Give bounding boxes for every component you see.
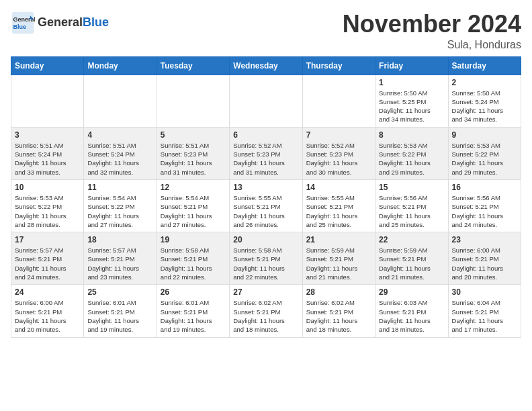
day-info: Sunrise: 5:51 AM Sunset: 5:23 PM Dayligh… <box>161 141 226 177</box>
day-info: Sunrise: 6:01 AM Sunset: 5:21 PM Dayligh… <box>161 298 226 334</box>
day-number: 16 <box>452 183 517 192</box>
day-info: Sunrise: 5:59 AM Sunset: 5:21 PM Dayligh… <box>306 246 371 281</box>
day-info: Sunrise: 5:55 AM Sunset: 5:21 PM Dayligh… <box>233 193 298 229</box>
day-number: 26 <box>161 287 226 297</box>
day-number: 3 <box>15 130 80 140</box>
day-info: Sunrise: 5:56 AM Sunset: 5:21 PM Dayligh… <box>452 193 517 229</box>
title-block: November 2024 Sula, Honduras <box>343 11 521 51</box>
calendar-cell: 28Sunrise: 6:02 AM Sunset: 5:21 PM Dayli… <box>302 285 375 337</box>
calendar-body: 1Sunrise: 5:50 AM Sunset: 5:25 PM Daylig… <box>11 75 521 337</box>
day-info: Sunrise: 5:51 AM Sunset: 5:24 PM Dayligh… <box>87 141 152 177</box>
calendar-cell <box>11 75 84 127</box>
day-info: Sunrise: 6:01 AM Sunset: 5:21 PM Dayligh… <box>87 298 152 334</box>
calendar-cell: 24Sunrise: 6:00 AM Sunset: 5:21 PM Dayli… <box>11 285 84 337</box>
page-header: General Blue GeneralBlue November 2024 S… <box>11 11 521 51</box>
calendar-week-row: 10Sunrise: 5:53 AM Sunset: 5:22 PM Dayli… <box>11 179 521 232</box>
calendar: SundayMondayTuesdayWednesdayThursdayFrid… <box>11 56 521 338</box>
calendar-cell: 3Sunrise: 5:51 AM Sunset: 5:24 PM Daylig… <box>11 127 84 179</box>
calendar-header: SundayMondayTuesdayWednesdayThursdayFrid… <box>11 56 521 75</box>
day-number: 2 <box>452 78 517 87</box>
calendar-cell: 6Sunrise: 5:52 AM Sunset: 5:23 PM Daylig… <box>230 127 302 179</box>
calendar-cell: 16Sunrise: 5:56 AM Sunset: 5:21 PM Dayli… <box>448 179 521 232</box>
day-number: 12 <box>161 183 226 192</box>
calendar-cell: 27Sunrise: 6:02 AM Sunset: 5:21 PM Dayli… <box>230 285 302 337</box>
calendar-cell: 1Sunrise: 5:50 AM Sunset: 5:25 PM Daylig… <box>375 75 448 127</box>
day-number: 29 <box>379 287 444 297</box>
calendar-cell: 11Sunrise: 5:54 AM Sunset: 5:22 PM Dayli… <box>84 179 157 232</box>
logo-icon: General Blue <box>11 11 35 35</box>
logo: General Blue GeneralBlue <box>11 11 109 35</box>
day-info: Sunrise: 5:51 AM Sunset: 5:24 PM Dayligh… <box>15 141 80 177</box>
calendar-cell <box>84 75 157 127</box>
calendar-cell: 25Sunrise: 6:01 AM Sunset: 5:21 PM Dayli… <box>84 285 157 337</box>
header-row: SundayMondayTuesdayWednesdayThursdayFrid… <box>11 56 521 75</box>
day-info: Sunrise: 5:55 AM Sunset: 5:21 PM Dayligh… <box>306 193 371 229</box>
day-number: 10 <box>15 183 80 192</box>
day-info: Sunrise: 6:04 AM Sunset: 5:21 PM Dayligh… <box>452 298 517 334</box>
day-info: Sunrise: 5:53 AM Sunset: 5:22 PM Dayligh… <box>379 141 444 177</box>
calendar-cell: 14Sunrise: 5:55 AM Sunset: 5:21 PM Dayli… <box>302 179 375 232</box>
day-number: 9 <box>452 130 517 140</box>
day-info: Sunrise: 5:50 AM Sunset: 5:25 PM Dayligh… <box>379 89 444 124</box>
calendar-cell: 4Sunrise: 5:51 AM Sunset: 5:24 PM Daylig… <box>84 127 157 179</box>
calendar-cell: 15Sunrise: 5:56 AM Sunset: 5:21 PM Dayli… <box>375 179 448 232</box>
day-info: Sunrise: 5:59 AM Sunset: 5:21 PM Dayligh… <box>379 246 444 281</box>
logo-text: GeneralBlue <box>38 16 109 30</box>
day-info: Sunrise: 5:54 AM Sunset: 5:21 PM Dayligh… <box>161 193 226 229</box>
day-of-week-header: Monday <box>84 56 157 75</box>
calendar-cell: 7Sunrise: 5:52 AM Sunset: 5:23 PM Daylig… <box>302 127 375 179</box>
calendar-week-row: 17Sunrise: 5:57 AM Sunset: 5:21 PM Dayli… <box>11 232 521 285</box>
day-number: 8 <box>379 130 444 140</box>
day-number: 15 <box>379 183 444 192</box>
day-number: 24 <box>15 287 80 297</box>
calendar-cell: 22Sunrise: 5:59 AM Sunset: 5:21 PM Dayli… <box>375 232 448 285</box>
day-number: 1 <box>379 78 444 87</box>
calendar-cell: 17Sunrise: 5:57 AM Sunset: 5:21 PM Dayli… <box>11 232 84 285</box>
day-info: Sunrise: 6:02 AM Sunset: 5:21 PM Dayligh… <box>233 298 298 334</box>
day-number: 22 <box>379 235 444 244</box>
day-number: 21 <box>306 235 371 244</box>
calendar-cell: 26Sunrise: 6:01 AM Sunset: 5:21 PM Dayli… <box>157 285 229 337</box>
day-number: 17 <box>15 235 80 244</box>
day-info: Sunrise: 5:56 AM Sunset: 5:21 PM Dayligh… <box>379 193 444 229</box>
day-of-week-header: Tuesday <box>157 56 229 75</box>
day-number: 11 <box>87 183 152 192</box>
day-number: 7 <box>306 130 371 140</box>
day-number: 14 <box>306 183 371 192</box>
day-number: 13 <box>233 183 298 192</box>
calendar-cell: 5Sunrise: 5:51 AM Sunset: 5:23 PM Daylig… <box>157 127 229 179</box>
calendar-cell: 20Sunrise: 5:58 AM Sunset: 5:21 PM Dayli… <box>230 232 302 285</box>
calendar-cell: 13Sunrise: 5:55 AM Sunset: 5:21 PM Dayli… <box>230 179 302 232</box>
calendar-cell <box>302 75 375 127</box>
calendar-cell: 19Sunrise: 5:58 AM Sunset: 5:21 PM Dayli… <box>157 232 229 285</box>
day-number: 25 <box>87 287 152 297</box>
calendar-cell: 10Sunrise: 5:53 AM Sunset: 5:22 PM Dayli… <box>11 179 84 232</box>
calendar-cell: 21Sunrise: 5:59 AM Sunset: 5:21 PM Dayli… <box>302 232 375 285</box>
calendar-cell: 2Sunrise: 5:50 AM Sunset: 5:24 PM Daylig… <box>448 75 521 127</box>
calendar-cell: 9Sunrise: 5:53 AM Sunset: 5:22 PM Daylig… <box>448 127 521 179</box>
day-number: 28 <box>306 287 371 297</box>
day-of-week-header: Sunday <box>11 56 84 75</box>
location: Sula, Honduras <box>343 39 521 51</box>
day-info: Sunrise: 5:58 AM Sunset: 5:21 PM Dayligh… <box>233 246 298 281</box>
day-info: Sunrise: 6:02 AM Sunset: 5:21 PM Dayligh… <box>306 298 371 334</box>
day-info: Sunrise: 5:52 AM Sunset: 5:23 PM Dayligh… <box>233 141 298 177</box>
day-info: Sunrise: 5:57 AM Sunset: 5:21 PM Dayligh… <box>87 246 152 281</box>
calendar-cell <box>230 75 302 127</box>
day-of-week-header: Saturday <box>448 56 521 75</box>
day-of-week-header: Friday <box>375 56 448 75</box>
day-info: Sunrise: 6:00 AM Sunset: 5:21 PM Dayligh… <box>15 298 80 334</box>
month-title: November 2024 <box>343 11 521 38</box>
day-of-week-header: Wednesday <box>230 56 302 75</box>
day-number: 5 <box>161 130 226 140</box>
day-number: 4 <box>87 130 152 140</box>
day-number: 18 <box>87 235 152 244</box>
day-number: 30 <box>452 287 517 297</box>
calendar-cell: 29Sunrise: 6:03 AM Sunset: 5:21 PM Dayli… <box>375 285 448 337</box>
day-info: Sunrise: 6:03 AM Sunset: 5:21 PM Dayligh… <box>379 298 444 334</box>
day-number: 20 <box>233 235 298 244</box>
calendar-cell: 18Sunrise: 5:57 AM Sunset: 5:21 PM Dayli… <box>84 232 157 285</box>
day-info: Sunrise: 5:58 AM Sunset: 5:21 PM Dayligh… <box>161 246 226 281</box>
day-number: 27 <box>233 287 298 297</box>
svg-text:Blue: Blue <box>13 24 27 30</box>
